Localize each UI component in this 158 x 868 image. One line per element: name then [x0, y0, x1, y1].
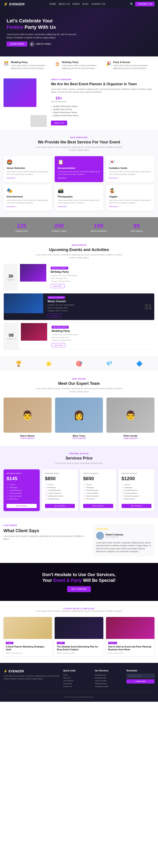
event-music: MUSIC CONCERT Music Concert Location: Ne… [3, 293, 155, 320]
pricing-party-f2: 2 Manager [83, 486, 113, 489]
hero-watch-video-button[interactable]: ▶ WATCH VIDEO [29, 41, 51, 47]
venue-link[interactable]: Read More → [7, 177, 49, 179]
pricing-birthday-f2: 2 Manager [7, 486, 37, 489]
nav-pages[interactable]: PAGES [72, 3, 80, 5]
footer-link-about[interactable]: About Us [63, 677, 91, 679]
footer: ⚡ EVENIZER Lorem ipsum dolor sit amet, c… [0, 663, 158, 702]
services-title: We Provide the Best Service For Your Eve… [3, 140, 155, 145]
pricing-festival-f6: Festival Dress [122, 497, 152, 500]
person-title: Event Organizer [106, 536, 123, 538]
birthday-learn-more-button[interactable]: Learn More [51, 284, 65, 288]
footer-service-birthday[interactable]: Birthday Party [95, 674, 123, 677]
stat-service-label: Service Guarantee [90, 230, 107, 232]
blog-post-2-meta: Admin | February 2021 [57, 652, 101, 654]
pricing-wedding: WEDDING PARTY $850 1 Event 3 Manager 10 … [42, 469, 78, 511]
party-icon: 🎉 [106, 61, 112, 66]
juggler-title: Juggler [109, 195, 151, 198]
entertainment-link[interactable]: Read More → [7, 206, 49, 208]
person-name: Robert Colleman [106, 533, 123, 536]
newsletter-input[interactable] [126, 674, 155, 678]
blog-post-2[interactable]: EVENT The Ultimate Event Advertising Pla… [55, 617, 103, 656]
pricing-wedding-f4: 2 Sound Systems [45, 492, 75, 495]
footer-quicklinks-col: Quick Links Home About Us Our Services O… [63, 670, 91, 688]
pricing-birthday-button[interactable]: GET DETAILS [7, 504, 37, 508]
photography-link[interactable]: Read More → [58, 206, 100, 208]
events-list: 30 August 21 BIRTHDAY PARTY Birthday Par… [3, 264, 155, 350]
footer-logo-text: EVENIZER [8, 670, 24, 673]
service-venue: 🏟️ Venue Selection Lorem ipsum dolor sit… [3, 156, 52, 182]
pricing-festival-f3: 20 Staff Members [122, 489, 152, 492]
stat-projects-num: 125 [15, 222, 28, 229]
blog-post-3-meta: Admin | March 2021 [108, 652, 152, 654]
services-subtitle: Our Services [3, 136, 155, 138]
nav-about[interactable]: ABOUT US [59, 3, 70, 5]
footer-service-corporate[interactable]: Corporate Events [95, 685, 123, 688]
invitation-desc: Lorem ipsum dolor sit amet consectetur a… [109, 170, 151, 176]
stat-projects-label: Projects Done [15, 230, 28, 232]
pricing-birthday-f6: Party Dress [7, 497, 37, 500]
pricing-birthday-f1: 1 Event [7, 483, 37, 486]
about-button[interactable]: ABOUT US [51, 121, 67, 125]
footer-link-home[interactable]: Home [63, 674, 91, 677]
documentation-link[interactable]: Read More → [58, 177, 100, 179]
feature-4: Support Performance Teams [51, 114, 155, 117]
partners-section: 🏆 ⭐ 🎯 💎 🔷 [0, 356, 158, 371]
invitation-icon: 💌 [109, 159, 151, 165]
pricing-party-button[interactable]: GET DETAILS [83, 504, 113, 508]
testimonial-subtitle: Customize [3, 524, 90, 526]
wedding-learn-more-button[interactable]: Learn More [52, 343, 65, 347]
about-features: Quality Performance Teams Quality Event … [51, 105, 155, 117]
testimonial-right: ★★★★★ Robert Colleman Event Organizer Lo… [93, 524, 155, 556]
juggler-link[interactable]: Read More → [109, 206, 151, 208]
cta-button[interactable]: GET STARTED [67, 586, 91, 592]
hero-learn-more-button[interactable]: LEARN MORE [7, 41, 27, 46]
team-member-1-name: Harry Simon [3, 434, 52, 437]
services-section: Our Services We Provide the Best Service… [0, 130, 158, 217]
blog-post-3-title: How to Start an Event and Party Planning… [108, 645, 152, 651]
event-types-section: 🎊 Wedding Party Lorem ipsum dolor sit am… [0, 57, 158, 74]
pricing-festival-price: $1200 [122, 476, 152, 482]
nav-blog[interactable]: BLOG [83, 3, 89, 5]
music-event-image [4, 293, 43, 313]
footer-about-text: Lorem ipsum dolor sit amet, consectetur … [3, 675, 60, 680]
logo[interactable]: ⚡ EVENIZER [3, 2, 25, 6]
event-type-party: 🎉 Party & Events Lorem ipsum dolor sit a… [106, 61, 155, 70]
pricing-subtitle: Pricing & Plan [3, 453, 155, 455]
footer-link-events[interactable]: Our Events [63, 682, 91, 685]
footer-service-party[interactable]: Party & Events [95, 679, 123, 682]
pricing-party-category: PARTY & EVENTS [83, 472, 113, 474]
wedding-icon: 🎊 [3, 61, 9, 66]
pricing-festival-f4: 3 Sound Systems [122, 492, 152, 495]
blog-post-3[interactable]: HOW TO How to Start an Event and Party P… [106, 617, 155, 656]
wedding-date-num: 08 [9, 333, 13, 338]
footer-service-wedding[interactable]: Wedding Party [95, 677, 123, 679]
newsletter-button[interactable]: SUBSCRIBE [126, 679, 155, 683]
wedding-event-label: WEDDING PARTY [52, 326, 69, 329]
nav-home[interactable]: HOME [50, 3, 56, 5]
blog-post-3-image [106, 617, 155, 639]
partner-3: 🎯 [76, 361, 82, 367]
partner-2: ⭐ [45, 361, 52, 367]
footer-link-contact[interactable]: Contact Us [63, 685, 91, 688]
documentation-title: Documentation [58, 167, 100, 169]
nav-contact[interactable]: CONTACT US [91, 3, 105, 5]
pricing-wedding-button[interactable]: GET DETAILS [45, 504, 75, 508]
music-learn-more-button[interactable]: Learn More [48, 314, 61, 318]
team-member-2-role: Party Organizer [55, 437, 103, 439]
about-title: We Are the Best Event Planner & Organize… [51, 82, 155, 87]
footer-bottom: © 2021 Evenizer. All Rights Reserved. [3, 692, 155, 698]
blog-post-1[interactable]: EVENT 5 Event Planner Marketing Strategi… [3, 617, 52, 656]
blog-post-1-title: 5 Event Planner Marketing Strategies Use… [6, 645, 50, 651]
footer-link-services[interactable]: Our Services [63, 679, 91, 682]
invitation-link[interactable]: Read More → [109, 177, 151, 179]
event-type-birthday: 🎂 Birthday Party Lorem ipsum dolor sit a… [55, 61, 103, 70]
pricing-birthday-f5: Party Decoration [7, 495, 37, 497]
testimonial-text: Lorem ipsum dolor sit amet, consectetur … [96, 541, 151, 553]
team-description: Lorem ipsum dolor sit amet, consectetur … [35, 387, 123, 393]
footer-service-festival[interactable]: Festival Events [95, 682, 123, 685]
search-icon[interactable]: 🔍 [130, 3, 133, 6]
contact-button[interactable]: CONTACT US [135, 2, 155, 6]
pricing-grid: BIRTHDAY PARTY $145 1 Event 2 Manager 5 … [3, 469, 155, 511]
blog-post-1-meta: Admin | January 2021 [6, 652, 50, 654]
pricing-festival-button[interactable]: GET DETAILS [122, 504, 152, 508]
